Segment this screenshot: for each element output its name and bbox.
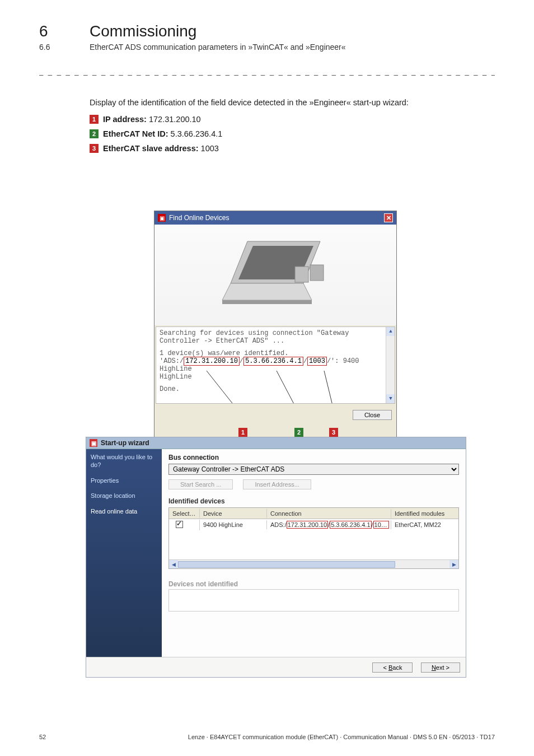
find-log: Searching for devices using connection "… (156, 326, 395, 404)
app-icon: ▣ (158, 214, 166, 222)
log-line: Done. (160, 385, 391, 393)
next-button[interactable]: Next > (421, 662, 460, 673)
table-header: Selecti... Device Connection Identified … (169, 508, 458, 519)
device-illustration (154, 225, 396, 325)
section-number: 6.6 (39, 43, 90, 52)
wizard-sidebar: What would you like to do? Properties St… (86, 449, 162, 657)
start-search-button[interactable]: Start Search ... (168, 479, 233, 489)
chapter-number: 6 (39, 22, 90, 40)
scroll-down-icon[interactable]: ▼ (386, 394, 395, 403)
callout-2-icon: 2 (90, 129, 99, 138)
wizard-footer: < Back Next > (86, 657, 466, 677)
svg-marker-2 (222, 283, 312, 300)
not-identified-label: Devices not identified (168, 580, 459, 588)
identified-devices-label: Identified devices (168, 497, 459, 505)
svg-rect-4 (295, 267, 308, 282)
bus-connection-select[interactable]: Gateway Controller -> EtherCAT ADS (168, 464, 459, 475)
log-slave: 1003 (307, 357, 327, 366)
svg-marker-3 (222, 300, 312, 304)
close-icon[interactable]: ✕ (384, 213, 393, 222)
callout-3-icon: 3 (90, 144, 99, 153)
sidebar-item-question[interactable]: What would you like to do? (91, 454, 157, 469)
intro-text: Display of the identification of the fie… (90, 98, 495, 107)
col-select[interactable]: Selecti... (169, 509, 200, 518)
section-title: EtherCAT ADS communication parameters in… (90, 43, 346, 52)
cell-modules: EtherCAT, MM22 (391, 520, 458, 529)
log-line: 1 device(s) was/were identified. (160, 349, 391, 357)
log-netid: 5.3.66.236.4.1 (243, 357, 303, 366)
sidebar-item-read-online[interactable]: Read online data (91, 508, 157, 516)
cell-connection: ADS:/172.31.200.10/5.3.66.236.4.1/1003/ (267, 520, 391, 529)
callout-1-icon: 1 (90, 115, 99, 124)
cell-device: 9400 HighLine (200, 520, 267, 529)
not-identified-box (168, 589, 459, 612)
sidebar-item-properties[interactable]: Properties (91, 477, 157, 485)
row-checkbox[interactable] (176, 521, 183, 528)
insert-address-button[interactable]: Insert Address... (243, 479, 311, 489)
scroll-left-icon[interactable]: ◀ (169, 560, 178, 569)
back-button[interactable]: < Back (372, 662, 413, 673)
bullet-1-label: IP address: (103, 115, 147, 124)
scroll-right-icon[interactable]: ▶ (449, 560, 458, 569)
callout-marker-2: 2 (294, 428, 303, 437)
log-line: Controller -> EtherCAT ADS" ... (160, 337, 391, 345)
log-line: Searching for devices using connection "… (160, 329, 391, 337)
app-icon: ▣ (90, 439, 97, 447)
bullet-2-label: EtherCAT Net ID: (103, 129, 168, 138)
bullet-1-value: 172.31.200.10 (149, 115, 201, 124)
startup-wizard: ▣ Start-up wizard What would you like to… (86, 437, 466, 678)
separator: _ _ _ _ _ _ _ _ _ _ _ _ _ _ _ _ _ _ _ _ … (39, 67, 495, 76)
scroll-up-icon[interactable]: ▲ (386, 327, 395, 336)
callout-marker-1: 1 (238, 428, 247, 437)
find-online-devices-dialog: ▣ Find Online Devices ✕ Searching for de… (154, 211, 397, 440)
bullet-3-label: EtherCAT slave address: (103, 144, 199, 153)
log-ip: 172.31.200.10 (184, 357, 240, 366)
col-connection[interactable]: Connection (267, 509, 391, 518)
chapter-title: Commissioning (90, 22, 196, 40)
identified-devices-table: Selecti... Device Connection Identified … (168, 507, 459, 569)
page-number: 52 (39, 734, 46, 740)
close-button[interactable]: Close (353, 410, 392, 420)
log-line-ads: 'ADS:/172.31.200.10/5.3.66.236.4.1/1003/… (160, 357, 391, 373)
log-scrollbar[interactable]: ▲ ▼ (386, 327, 395, 403)
find-dialog-title: Find Online Devices (169, 214, 229, 222)
bullet-2-value: 5.3.66.236.4.1 (171, 129, 223, 138)
wizard-titlebar[interactable]: ▣ Start-up wizard (86, 437, 466, 449)
wizard-title: Start-up wizard (101, 439, 149, 447)
scroll-thumb[interactable] (178, 561, 395, 568)
bullet-3-value: 1003 (201, 144, 219, 153)
footer-doc: Lenze · E84AYCET communication module (E… (188, 734, 495, 740)
bus-connection-label: Bus connection (168, 454, 459, 461)
table-row[interactable]: 9400 HighLine ADS:/172.31.200.10/5.3.66.… (169, 519, 458, 530)
callout-marker-3: 3 (329, 428, 338, 437)
sidebar-item-storage[interactable]: Storage location (91, 492, 157, 500)
find-dialog-titlebar[interactable]: ▣ Find Online Devices ✕ (154, 211, 396, 225)
horizontal-scrollbar[interactable]: ◀ ▶ (169, 559, 458, 568)
log-line: HighLine (160, 373, 391, 381)
col-device[interactable]: Device (200, 509, 267, 518)
svg-rect-5 (310, 265, 324, 281)
col-modules[interactable]: Identified modules (391, 509, 458, 518)
